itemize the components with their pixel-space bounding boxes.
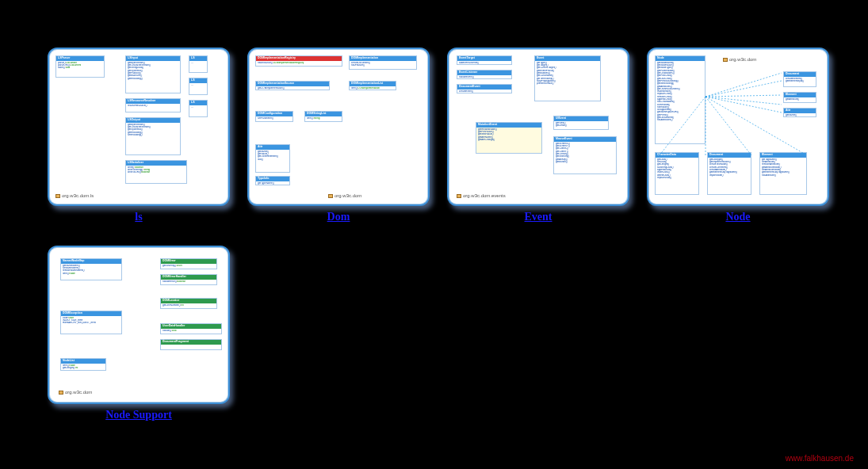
uml-block-body: item():DOMImplementation xyxy=(350,86,396,90)
uml-block-body: getDOMImplementation() xyxy=(256,86,329,90)
uml-member: preventDefault() xyxy=(537,82,598,85)
uml-member: abort():void xyxy=(58,67,102,69)
uml-block: DocumentcreateElement()getElementById() xyxy=(783,71,816,87)
uml-block: LSSerializerwrite():booleanwriteToString… xyxy=(125,160,187,184)
uml-block-body: getScreenX()getScreenY()getClientX()getC… xyxy=(554,142,616,164)
uml-block-body: getName() xyxy=(784,113,816,117)
uml-block-body: setParameter() xyxy=(256,116,293,120)
uml-member: … xyxy=(191,62,205,64)
uml-member: getSeverity():short xyxy=(163,265,215,267)
label-event[interactable]: Event xyxy=(447,211,629,223)
uml-member: getEncoding() xyxy=(128,78,178,80)
uml-block: DOMLocatorgetLineNumber():int xyxy=(160,298,217,309)
uml-block-body: handle():void xyxy=(161,329,221,333)
package-icon xyxy=(55,194,60,198)
uml-block-body xyxy=(161,345,221,346)
uml-block-body: getSeverity():short xyxy=(161,264,216,268)
uml-member: hasAttribute() xyxy=(762,174,805,177)
uml-block: DOMImplementationListitem():DOMImplement… xyxy=(349,81,396,90)
svg-line-4 xyxy=(705,97,782,112)
card-event[interactable]: org.w3c.dom.eventsEventTargetaddEventLis… xyxy=(447,48,629,206)
uml-block-body: code:shortINDEX_SIZE_ERRHIERARCHY_REQUES… xyxy=(61,316,121,326)
uml-block: LSInputgetByteStream()getCharacterStream… xyxy=(125,55,181,93)
uml-member: getTypeName() xyxy=(258,182,288,185)
uml-block: NodegetNodeName()getNodeValue()getNodeTy… xyxy=(655,55,705,144)
uml-block: DOMConfigurationsetParameter() xyxy=(255,111,293,122)
uml-block-body: createDocument()hasFeature() xyxy=(350,61,416,68)
uml-block-body: getTypeName() xyxy=(256,181,289,185)
package-icon xyxy=(723,58,728,62)
uml-block: MutationEventgetRelatedNode()getPrevValu… xyxy=(476,122,542,154)
uml-block: UIEventgetView()getDetail() xyxy=(553,116,609,130)
uml-member: handle():void xyxy=(163,330,220,332)
uml-member: resolveResource() xyxy=(128,105,178,107)
card-node[interactable]: org.w3c.domNodegetNodeName()getNodeValue… xyxy=(647,48,829,206)
uml-block-body: getDoctype()getImplementation()createTex… xyxy=(708,158,751,177)
uml-member: getName() xyxy=(786,114,814,116)
svg-line-8 xyxy=(705,97,807,155)
uml-member: item():String xyxy=(307,117,340,120)
uml-block: DOMImplementationRegistrynewInstance():D… xyxy=(255,55,342,67)
uml-block-body: handleEvent() xyxy=(457,75,511,79)
card-ls[interactable]: org.w3c.dom.lsLSParserparse():Documentpa… xyxy=(48,48,230,206)
uml-block: EventListenerhandleEvent() xyxy=(457,70,512,79)
card-node-inner: org.w3c.domNodegetNodeName()getNodeValue… xyxy=(648,49,828,204)
uml-block-body: getRelatedNode()getPrevValue()getNewValu… xyxy=(476,128,541,142)
uml-block-body: getType()getTarget()getCurrentTarget()ge… xyxy=(535,61,600,86)
package-label: org.w3c.dom.events xyxy=(457,193,506,198)
card-nodesupport-inner: org.w3c.domNamedNodeMapgetNamedItem()set… xyxy=(49,247,228,402)
uml-member: getLineNumber():int xyxy=(163,304,215,307)
uml-member: newInstance():DOMImplementationRegistry xyxy=(258,62,340,64)
uml-block-body: handleError():boolean xyxy=(161,280,216,284)
uml-member: getAttribute() xyxy=(786,98,814,101)
card-dom-inner: org.w3c.domDOMImplementationRegistrynewI… xyxy=(249,49,428,204)
uml-block-body: getNodeName()getNodeValue()getNodeType()… xyxy=(656,61,705,123)
uml-member: setParameter() xyxy=(258,117,291,120)
uml-block-body: resolveResource() xyxy=(126,104,180,108)
uml-member: handleError():boolean xyxy=(163,280,215,283)
card-dom[interactable]: org.w3c.domDOMImplementationRegistrynewI… xyxy=(247,48,430,206)
uml-member: getAttrChange() xyxy=(478,139,540,141)
package-label: org.w3c.dom xyxy=(328,193,361,198)
svg-line-1 xyxy=(705,81,782,97)
uml-member: setEncoding() xyxy=(128,134,178,136)
label-node[interactable]: Node xyxy=(647,211,829,223)
uml-block: DOMExceptioncode:shortINDEX_SIZE_ERRHIER… xyxy=(60,311,122,334)
uml-block: CharacterDatagetData()setData()getLength… xyxy=(655,152,699,195)
label-ls[interactable]: ls xyxy=(48,211,230,223)
uml-member: getLength():int xyxy=(63,367,104,369)
package-icon xyxy=(59,391,63,395)
uml-member: handleEvent() xyxy=(459,76,510,78)
card-ls-inner: org.w3c.dom.lsLSParserparse():Documentpa… xyxy=(49,49,228,204)
label-dom[interactable]: Dom xyxy=(247,211,430,223)
svg-line-5 xyxy=(705,97,751,155)
uml-member: isId() xyxy=(258,158,288,161)
uml-member: … xyxy=(191,84,205,86)
uml-block-body: write():booleanwriteToString():Stringwri… xyxy=(126,166,186,175)
package-label: org.w3c.dom.ls xyxy=(55,193,94,198)
uml-member: getButton() xyxy=(556,161,614,163)
package-icon xyxy=(457,194,461,198)
package-label: org.w3c.dom xyxy=(59,390,92,395)
footer-link[interactable]: www.falkhausen.de xyxy=(786,454,854,463)
uml-block-body: getData()setData()getLength()substringDa… xyxy=(656,158,698,180)
uml-block-body: createEvent() xyxy=(457,90,511,93)
uml-block-body: getName()getValue()getOwnerElement()isId… xyxy=(256,150,289,162)
uml-block-body: item():String xyxy=(305,116,342,120)
uml-block: NamedNodeMapgetNamedItem()setNamedItem()… xyxy=(60,258,122,280)
uml-block-body: getByteStream()getCharacterStream()getSy… xyxy=(126,123,180,137)
uml-block: UserDataHandlerhandle():void xyxy=(160,323,222,334)
uml-member: replaceData() xyxy=(657,177,697,179)
label-nodesupport[interactable]: Node Support xyxy=(48,409,230,421)
uml-block-body: … xyxy=(189,105,207,109)
uml-block: ElementgetTagName()setAttribute()removeA… xyxy=(759,152,807,195)
uml-block: TypeInfogetTypeName() xyxy=(255,176,290,185)
uml-block: LSParserparse():DocumentparseURI():Docum… xyxy=(55,55,105,78)
card-nodesupport[interactable]: org.w3c.domNamedNodeMapgetNamedItem()set… xyxy=(48,246,230,404)
uml-member: getElementById() xyxy=(786,80,814,82)
package-text: org.w3c.dom xyxy=(65,390,92,395)
uml-block-body: createElement()getElementById() xyxy=(784,77,816,84)
uml-block-body: … xyxy=(189,61,207,65)
uml-block-body: getTagName()setAttribute()removeAttribut… xyxy=(760,158,806,177)
package-label: org.w3c.dom xyxy=(723,57,756,62)
